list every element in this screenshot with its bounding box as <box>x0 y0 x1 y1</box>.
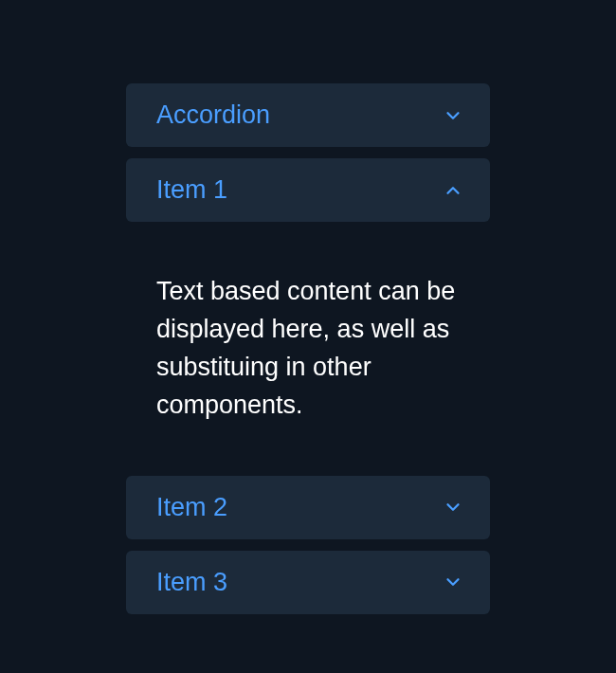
accordion-label: Accordion <box>156 100 270 130</box>
chevron-down-icon <box>443 572 463 592</box>
accordion-label: Item 1 <box>156 175 227 205</box>
accordion-content-item-1: Text based content can be displayed here… <box>126 233 490 464</box>
accordion-label: Item 2 <box>156 493 227 522</box>
accordion-header-item-1[interactable]: Item 1 <box>126 158 490 222</box>
chevron-down-icon <box>443 497 463 518</box>
accordion-header-item-3[interactable]: Item 3 <box>126 551 490 614</box>
chevron-down-icon <box>443 105 463 126</box>
chevron-up-icon <box>443 180 463 201</box>
accordion-header-item-2[interactable]: Item 2 <box>126 476 490 539</box>
accordion-header-accordion[interactable]: Accordion <box>126 83 490 147</box>
accordion-container: Accordion Item 1 Text based content can … <box>126 83 490 673</box>
accordion-label: Item 3 <box>156 568 227 597</box>
